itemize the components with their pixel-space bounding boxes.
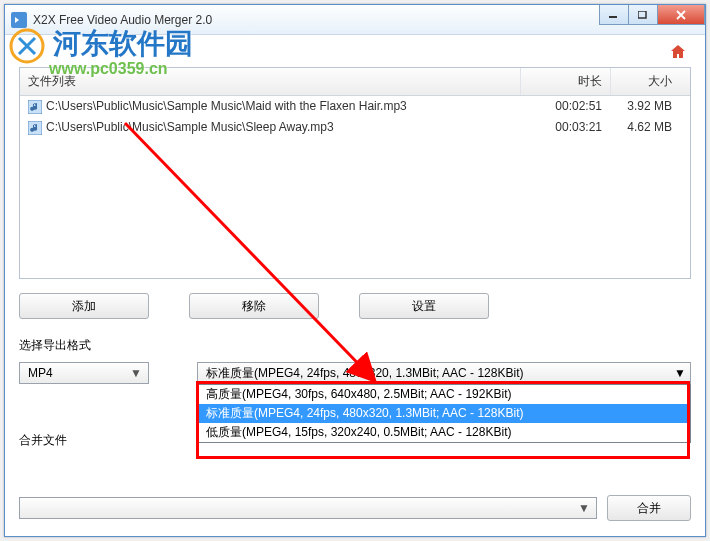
chevron-down-icon: ▼: [674, 366, 686, 380]
file-duration: 00:03:21: [520, 117, 610, 138]
quality-option-low[interactable]: 低质量(MPEG4, 15fps, 320x240, 0.5MBit; AAC …: [198, 423, 690, 442]
merge-button[interactable]: 合并: [607, 495, 691, 521]
chevron-down-icon: ▼: [576, 501, 592, 515]
home-icon[interactable]: [669, 43, 687, 61]
settings-button[interactable]: 设置: [359, 293, 489, 319]
file-row[interactable]: C:\Users\Public\Music\Sample Music\Maid …: [20, 96, 690, 117]
svg-rect-1: [609, 16, 617, 18]
format-value: MP4: [28, 366, 53, 380]
col-header-size[interactable]: 大小: [610, 68, 690, 95]
col-header-name[interactable]: 文件列表: [20, 68, 520, 95]
file-row[interactable]: C:\Users\Public\Music\Sample Music\Sleep…: [20, 117, 690, 138]
close-button[interactable]: [657, 5, 705, 25]
format-combo[interactable]: MP4 ▼: [19, 362, 149, 384]
col-header-duration[interactable]: 时长: [520, 68, 610, 95]
file-duration: 00:02:51: [520, 96, 610, 117]
quality-option-standard[interactable]: 标准质量(MPEG4, 24fps, 480x320, 1.3MBit; AAC…: [198, 404, 690, 423]
quality-value: 标准质量(MPEG4, 24fps, 480x320, 1.3MBit; AAC…: [206, 365, 523, 382]
maximize-button[interactable]: [628, 5, 658, 25]
quality-combo[interactable]: 标准质量(MPEG4, 24fps, 480x320, 1.3MBit; AAC…: [197, 362, 691, 384]
file-path: C:\Users\Public\Music\Sample Music\Maid …: [46, 99, 407, 113]
file-size: 3.92 MB: [610, 96, 690, 117]
chevron-down-icon: ▼: [128, 366, 144, 380]
app-icon: [11, 12, 27, 28]
file-list-header: 文件列表 时长 大小: [20, 68, 690, 96]
audio-file-icon: [28, 121, 42, 135]
quality-dropdown: 高质量(MPEG4, 30fps, 640x480, 2.5MBit; AAC …: [197, 384, 691, 443]
output-format-label: 选择导出格式: [19, 337, 691, 354]
file-size: 4.62 MB: [610, 117, 690, 138]
quality-option-high[interactable]: 高质量(MPEG4, 30fps, 640x480, 2.5MBit; AAC …: [198, 385, 690, 404]
file-list: 文件列表 时长 大小 C:\Users\Public\Music\Sample …: [19, 67, 691, 279]
title-bar: X2X Free Video Audio Merger 2.0: [5, 5, 705, 35]
svg-rect-2: [638, 11, 646, 18]
add-button[interactable]: 添加: [19, 293, 149, 319]
remove-button[interactable]: 移除: [189, 293, 319, 319]
file-path: C:\Users\Public\Music\Sample Music\Sleep…: [46, 120, 334, 134]
audio-file-icon: [28, 100, 42, 114]
minimize-button[interactable]: [599, 5, 629, 25]
merge-output-combo[interactable]: ▼: [19, 497, 597, 519]
